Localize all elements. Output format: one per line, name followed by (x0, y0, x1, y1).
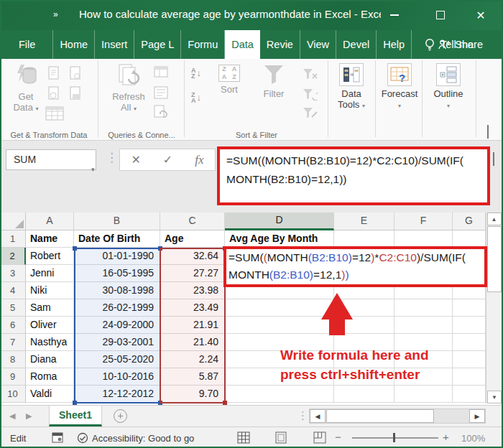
cell[interactable]: 23.98 (160, 282, 225, 299)
properties-icon[interactable] (154, 66, 168, 78)
cell[interactable]: 24-09-2000 (74, 317, 160, 334)
sheet-tab-sheet1[interactable]: Sheet1 (49, 406, 102, 426)
formula-bar-input[interactable]: =SUM((MONTH(B2:B10)=12)*C2:C10)/SUM(IF( … (217, 146, 490, 205)
col-header-C[interactable]: C (160, 213, 225, 230)
edit-links-icon[interactable] (154, 105, 168, 119)
recent-sources-icon[interactable] (47, 66, 60, 80)
sort-ascending-icon[interactable]: AZ↓ (191, 67, 201, 79)
vertical-scrollbar[interactable]: ▲ ▼ (486, 213, 502, 403)
cell[interactable]: 21.40 (160, 334, 225, 351)
scroll-right-button[interactable]: ▶ (469, 409, 485, 423)
normal-view-icon[interactable] (237, 431, 250, 446)
page-layout-view-icon[interactable] (274, 431, 287, 446)
clear-filter-icon[interactable] (302, 67, 318, 80)
cell[interactable]: 27.27 (160, 265, 225, 282)
maximize-button[interactable] (431, 7, 450, 23)
horizontal-scroll-thumb[interactable] (326, 409, 434, 423)
zoom-out-button[interactable]: − (335, 431, 341, 443)
cell[interactable] (394, 386, 453, 403)
refresh-all-button[interactable]: Refresh All ▾ (108, 63, 149, 114)
vertical-scroll-thumb[interactable] (487, 226, 502, 292)
accessibility-checker-icon[interactable] (76, 431, 89, 447)
cell[interactable] (394, 299, 453, 317)
cell[interactable]: 16-05-1995 (74, 265, 160, 282)
row-header-3[interactable]: 3 (0, 265, 26, 282)
confirm-entry-button[interactable]: ✓ (163, 153, 172, 167)
cell[interactable]: Date Of Birth (74, 230, 160, 248)
tab-data[interactable]: Data (225, 30, 260, 59)
zoom-in-button[interactable]: + (443, 431, 449, 443)
col-header-F[interactable]: F (394, 213, 453, 230)
queries-list-icon[interactable] (154, 86, 168, 99)
cell[interactable] (334, 230, 394, 248)
outline-button[interactable]: Outline ▾ (425, 63, 471, 111)
cell[interactable]: Avg Age By Month (225, 230, 334, 248)
sort-button[interactable]: ZAAZ Sort (211, 65, 247, 95)
sheet-nav-prev-icon[interactable]: ◀ (9, 411, 15, 421)
col-header-A[interactable]: A (26, 213, 74, 230)
tab-review[interactable]: Revie (260, 30, 300, 59)
cell[interactable] (453, 386, 486, 403)
tab-insert[interactable]: Insert (95, 30, 134, 59)
cell[interactable]: 29-03-2001 (74, 334, 160, 351)
cell[interactable]: 12-12-2012 (74, 386, 160, 403)
cell[interactable]: Age (160, 230, 225, 248)
tab-file[interactable]: File (10, 30, 44, 59)
cell[interactable] (453, 351, 486, 368)
cell[interactable]: Niki (26, 282, 74, 299)
collapse-ribbon-button[interactable] (487, 126, 496, 134)
col-header-E[interactable]: E (334, 213, 394, 230)
tab-formulas[interactable]: Formu (181, 30, 225, 59)
cell[interactable] (225, 317, 334, 334)
cell[interactable]: 5.87 (160, 368, 225, 386)
cell[interactable] (453, 299, 486, 317)
cell[interactable]: 26-02-1999 (74, 299, 160, 317)
cell[interactable] (453, 230, 486, 248)
cell[interactable] (225, 299, 334, 317)
name-box-dropdown-icon[interactable]: ▾ (91, 166, 95, 173)
formula-bar-drag-handle[interactable]: ⋮ (106, 150, 118, 165)
quick-access-toolbar-expand-icon[interactable]: » (53, 9, 58, 19)
accessibility-status[interactable]: Accessibility: Good to go (92, 433, 194, 444)
sheet-nav-next-icon[interactable]: ▶ (26, 411, 32, 421)
cell[interactable] (453, 334, 486, 351)
scrollbar-resize-handle[interactable]: ⋮ (297, 409, 308, 422)
existing-connections-icon[interactable] (69, 66, 82, 80)
cell[interactable] (453, 368, 486, 386)
cell[interactable]: 21.91 (160, 317, 225, 334)
cell[interactable] (225, 386, 334, 403)
share-button[interactable]: Share (438, 30, 483, 59)
tab-view[interactable]: View (300, 30, 336, 59)
advanced-filter-icon[interactable] (302, 106, 318, 119)
cell[interactable]: 23.49 (160, 299, 225, 317)
cell[interactable]: Robert (26, 248, 74, 265)
data-tools-button[interactable]: Data Tools ▾ (331, 63, 372, 111)
row-header-7[interactable]: 7 (0, 334, 26, 351)
tab-home[interactable]: Home (52, 30, 95, 59)
forecast-button[interactable]: ? Forecast ▾ (378, 63, 421, 111)
zoom-level[interactable]: 100% (461, 433, 485, 444)
cell[interactable] (394, 317, 453, 334)
cell[interactable]: 30-08-1998 (74, 282, 160, 299)
row-header-5[interactable]: 5 (0, 299, 26, 317)
scroll-left-button[interactable]: ◀ (310, 409, 326, 423)
macro-record-icon[interactable] (52, 431, 64, 446)
page-break-preview-icon[interactable] (313, 431, 326, 446)
formula-bar-collapse-button[interactable] (493, 154, 494, 167)
cell[interactable]: Diana (26, 351, 74, 368)
cancel-entry-button[interactable]: ✕ (131, 153, 140, 167)
col-header-G[interactable]: G (453, 213, 486, 230)
col-header-D[interactable]: D (225, 213, 334, 230)
row-header-1[interactable]: 1 (0, 230, 26, 248)
new-sheet-button[interactable]: + (114, 409, 127, 423)
row-header-6[interactable]: 6 (0, 317, 26, 334)
scroll-up-button[interactable]: ▲ (487, 213, 502, 225)
zoom-slider-thumb[interactable] (393, 433, 395, 442)
cell[interactable]: Jenni (26, 265, 74, 282)
tab-developer[interactable]: Devel (336, 30, 377, 59)
from-web-icon[interactable] (47, 86, 60, 101)
cell[interactable]: 9.70 (160, 386, 225, 403)
reapply-filter-icon[interactable] (302, 88, 318, 101)
cell[interactable] (453, 317, 486, 334)
cell[interactable]: Nasthya (26, 334, 74, 351)
